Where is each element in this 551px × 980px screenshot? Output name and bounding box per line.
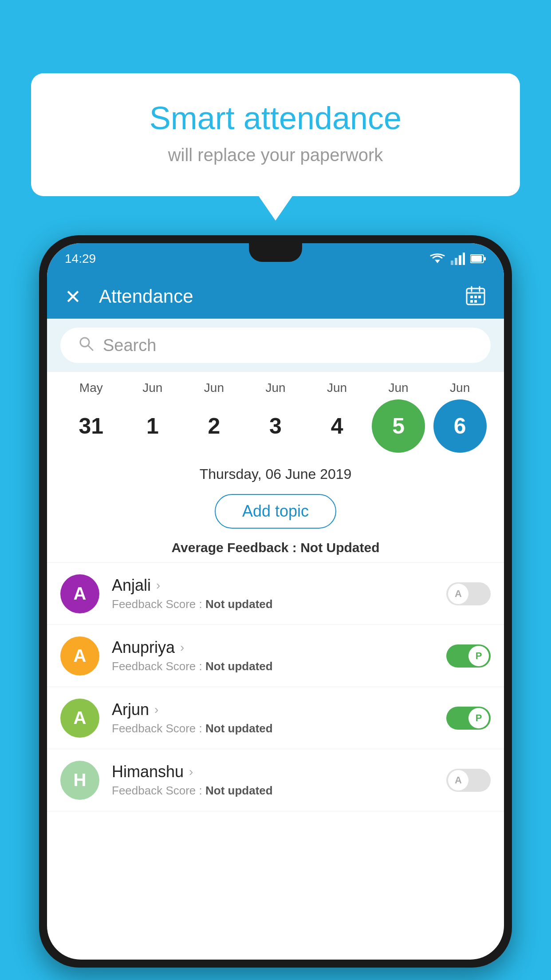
feedback-summary-value: Not Updated	[300, 540, 379, 555]
avatar-0: A	[60, 574, 99, 613]
speech-bubble: Smart attendance will replace your paper…	[31, 73, 520, 196]
student-name-2: Arjun ›	[112, 700, 446, 719]
student-info-0: Anjali › Feedback Score : Not updated	[112, 576, 446, 611]
battery-icon	[470, 254, 486, 264]
student-name-3: Himanshu ›	[112, 763, 446, 781]
month-2: Jun	[187, 381, 240, 395]
status-icons	[429, 253, 486, 265]
feedback-score-3: Feedback Score : Not updated	[112, 784, 446, 798]
date-1[interactable]: 1	[126, 399, 179, 453]
feedback-summary: Average Feedback : Not Updated	[47, 536, 504, 563]
search-placeholder: Search	[103, 336, 156, 355]
search-bar[interactable]: Search	[60, 328, 491, 363]
attendance-toggle-0[interactable]: A	[446, 582, 491, 605]
svg-rect-2	[455, 258, 457, 265]
svg-rect-4	[463, 253, 465, 265]
bubble-title: Smart attendance	[67, 100, 484, 136]
date-2[interactable]: 2	[187, 399, 240, 453]
phone-frame: 14:29	[39, 235, 512, 968]
close-button[interactable]: ✕	[65, 285, 81, 308]
feedback-summary-label: Average Feedback :	[171, 540, 300, 555]
feedback-score-1: Feedback Score : Not updated	[112, 660, 446, 673]
feedback-score-2: Feedback Score : Not updated	[112, 722, 446, 735]
date-3[interactable]: 3	[249, 399, 302, 453]
add-topic-container: Add topic	[47, 487, 504, 536]
svg-rect-13	[474, 296, 477, 298]
wifi-icon	[429, 253, 445, 265]
add-topic-button[interactable]: Add topic	[215, 494, 336, 529]
toggle-thumb-0: A	[448, 584, 468, 604]
date-4[interactable]: 4	[311, 399, 364, 453]
svg-rect-3	[459, 255, 461, 265]
svg-rect-6	[471, 256, 482, 262]
app-title: Attendance	[99, 286, 465, 307]
status-bar: 14:29	[47, 243, 504, 274]
toggle-thumb-2: P	[468, 708, 489, 728]
student-name-1: Anupriya ›	[112, 638, 446, 657]
chevron-icon-2: ›	[154, 703, 158, 717]
student-item-3[interactable]: H Himanshu › Feedback Score : Not update…	[47, 749, 504, 811]
svg-rect-12	[470, 296, 473, 298]
calendar-icon[interactable]	[465, 285, 486, 308]
attendance-toggle-1[interactable]: P	[446, 644, 491, 668]
date-31[interactable]: 31	[64, 399, 118, 453]
feedback-score-0: Feedback Score : Not updated	[112, 597, 446, 611]
chevron-icon-3: ›	[189, 765, 193, 779]
svg-marker-0	[435, 260, 440, 263]
student-list: A Anjali › Feedback Score : Not updated …	[47, 563, 504, 811]
toggle-thumb-1: P	[468, 646, 489, 666]
student-item-1[interactable]: A Anupriya › Feedback Score : Not update…	[47, 625, 504, 687]
svg-rect-14	[478, 296, 481, 298]
calendar-strip: May Jun Jun Jun Jun Jun Jun 31 1 2 3 4 5…	[47, 372, 504, 457]
svg-rect-15	[470, 300, 473, 303]
attendance-toggle-2[interactable]: P	[446, 707, 491, 730]
student-item-2[interactable]: A Arjun › Feedback Score : Not updated P	[47, 687, 504, 749]
chevron-icon-0: ›	[156, 578, 160, 593]
notch	[249, 243, 302, 262]
student-info-3: Himanshu › Feedback Score : Not updated	[112, 763, 446, 798]
date-5[interactable]: 5	[372, 399, 425, 453]
date-info: Thursday, 06 June 2019	[47, 457, 504, 487]
bubble-subtitle: will replace your paperwork	[67, 145, 484, 165]
chevron-icon-1: ›	[180, 640, 184, 655]
signal-icon	[451, 253, 465, 265]
calendar-months: May Jun Jun Jun Jun Jun Jun	[60, 381, 491, 395]
avatar-3: H	[60, 761, 99, 800]
month-5: Jun	[372, 381, 425, 395]
student-info-2: Arjun › Feedback Score : Not updated	[112, 700, 446, 735]
month-4: Jun	[311, 381, 364, 395]
app-bar: ✕ Attendance	[47, 274, 504, 319]
attendance-toggle-3[interactable]: A	[446, 769, 491, 792]
svg-line-18	[88, 346, 93, 350]
selected-date-text: Thursday, 06 June 2019	[47, 466, 504, 482]
svg-rect-7	[484, 257, 486, 261]
student-info-1: Anupriya › Feedback Score : Not updated	[112, 638, 446, 673]
avatar-2: A	[60, 699, 99, 738]
calendar-dates: 31 1 2 3 4 5 6	[60, 399, 491, 453]
search-icon	[78, 336, 94, 356]
speech-bubble-container: Smart attendance will replace your paper…	[31, 73, 520, 196]
toggle-thumb-3: A	[448, 770, 468, 790]
month-1: Jun	[126, 381, 179, 395]
svg-rect-1	[451, 261, 453, 265]
month-3: Jun	[249, 381, 302, 395]
date-6[interactable]: 6	[433, 399, 487, 453]
status-time: 14:29	[65, 252, 96, 266]
month-0: May	[64, 381, 118, 395]
phone-inner: 14:29	[47, 243, 504, 960]
avatar-1: A	[60, 636, 99, 676]
student-item-0[interactable]: A Anjali › Feedback Score : Not updated …	[47, 563, 504, 625]
svg-rect-16	[474, 300, 477, 303]
month-6: Jun	[433, 381, 487, 395]
search-container: Search	[47, 319, 504, 372]
student-name-0: Anjali ›	[112, 576, 446, 595]
